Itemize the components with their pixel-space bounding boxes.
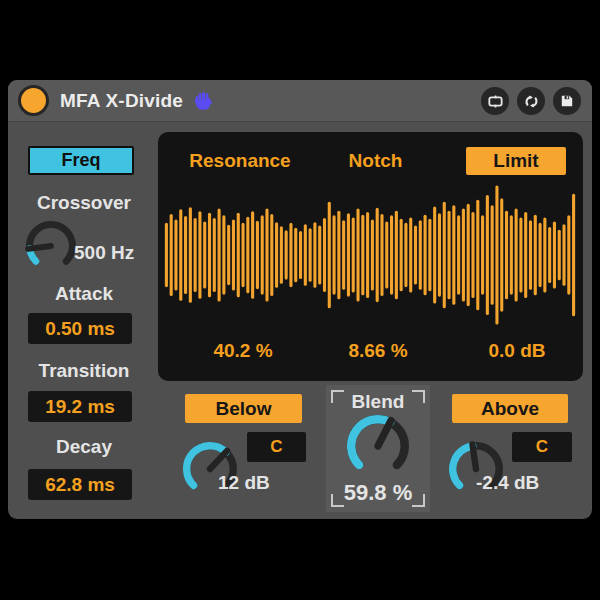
save-button[interactable] — [553, 87, 581, 115]
display-panel: Resonance Notch Limit 40.2 % 8.66 % 0.0 … — [158, 132, 583, 381]
limit-value: 0.0 dB — [458, 339, 576, 363]
title-bar: MFA X-Divide — [8, 80, 592, 122]
freq-mode-button[interactable]: Freq — [28, 146, 134, 175]
device-on-toggle[interactable] — [18, 85, 49, 116]
transition-value[interactable]: 19.2 ms — [28, 391, 132, 422]
mfa-x-divide-device: MFA X-Divide — [8, 80, 592, 519]
transition-label: Transition — [12, 360, 156, 382]
above-gain-value[interactable]: -2.4 dB — [476, 471, 576, 495]
crossover-label: Crossover — [12, 192, 156, 214]
notch-value: 8.66 % — [318, 339, 438, 363]
blend-value[interactable]: 59.8 % — [326, 479, 430, 507]
below-gain-value[interactable]: 12 dB — [218, 471, 308, 495]
blend-panel: Blend 59.8 % — [326, 385, 430, 512]
crossover-knob[interactable] — [25, 220, 77, 272]
titlebar-buttons — [481, 87, 581, 115]
attack-label: Attack — [12, 283, 156, 305]
hand-icon — [192, 90, 213, 111]
below-button[interactable]: Below — [185, 394, 302, 423]
decay-label: Decay — [12, 436, 156, 458]
below-c-button[interactable]: C — [247, 432, 306, 462]
save-icon — [559, 93, 575, 109]
above-button[interactable]: Above — [452, 394, 568, 423]
device-title: MFA X-Divide — [60, 90, 183, 112]
limit-button[interactable]: Limit — [466, 147, 566, 175]
frame-button[interactable] — [481, 87, 509, 115]
blend-knob[interactable] — [346, 414, 410, 478]
notch-label: Notch — [318, 148, 433, 174]
attack-value[interactable]: 0.50 ms — [28, 313, 132, 344]
sync-icon — [523, 93, 540, 110]
decay-value[interactable]: 62.8 ms — [28, 469, 132, 500]
sync-button[interactable] — [517, 87, 545, 115]
frame-icon — [487, 93, 504, 110]
crossover-value[interactable]: 500 Hz — [74, 241, 159, 265]
waveform-display — [164, 184, 576, 326]
resonance-label: Resonance — [180, 148, 300, 174]
resonance-value: 40.2 % — [183, 339, 303, 363]
above-c-button[interactable]: C — [512, 432, 572, 462]
blend-label: Blend — [326, 391, 430, 413]
